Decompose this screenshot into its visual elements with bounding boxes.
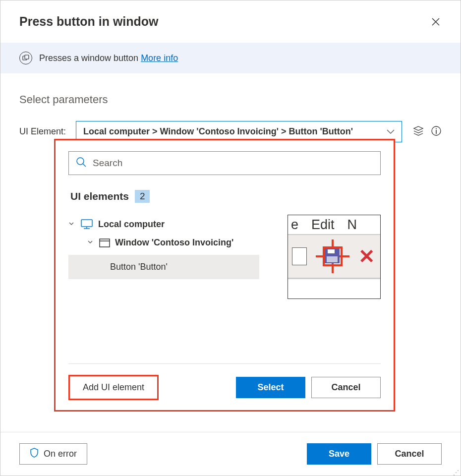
chevron-down-icon: [387, 126, 395, 137]
info-bar: Presses a window button More info: [0, 43, 461, 73]
ui-element-picker-popup: UI elements 2 Local computer Window 'Con…: [54, 139, 395, 412]
floppy-icon: [325, 248, 340, 263]
ui-element-label: UI Element:: [19, 126, 71, 137]
svg-rect-7: [81, 220, 92, 227]
svg-rect-10: [100, 239, 110, 247]
dialog-footer: On error Save Cancel: [0, 432, 461, 476]
action-icon: [19, 52, 32, 64]
close-icon: [432, 18, 440, 26]
ui-elements-count: 2: [135, 190, 150, 203]
computer-icon: [80, 219, 93, 230]
more-info-link[interactable]: More info: [141, 53, 178, 63]
dialog-title: Press button in window: [19, 14, 159, 29]
tree-node-button[interactable]: Button 'Button': [68, 255, 259, 279]
svg-point-3: [436, 128, 437, 129]
close-button[interactable]: [430, 16, 442, 28]
target-crosshair: [316, 239, 349, 273]
info-text: Presses a window button More info: [39, 53, 178, 63]
parameters-title: Select parameters: [19, 93, 442, 106]
svg-rect-4: [436, 130, 437, 134]
resize-handle[interactable]: ⋰: [453, 472, 459, 474]
on-error-button[interactable]: On error: [19, 443, 87, 465]
layers-icon[interactable]: [413, 125, 424, 138]
ui-elements-title: UI elements: [70, 190, 129, 202]
x-icon: ✕: [358, 245, 375, 268]
search-box[interactable]: [68, 151, 381, 175]
chevron-down-icon: [87, 239, 94, 246]
document-icon: [292, 247, 307, 265]
dropdown-value: Local computer > Window 'Contoso Invoici…: [83, 126, 353, 137]
svg-point-5: [77, 158, 84, 165]
svg-line-6: [83, 164, 86, 167]
tree-node-window[interactable]: Window 'Contoso Invoicing': [68, 234, 278, 252]
select-button[interactable]: Select: [236, 377, 305, 398]
save-button[interactable]: Save: [307, 443, 371, 465]
cancel-button[interactable]: Cancel: [377, 443, 442, 465]
element-preview: e Edit N ✕: [288, 215, 381, 299]
chevron-down-icon: [68, 221, 75, 228]
shield-icon: [30, 448, 39, 460]
add-ui-element-button[interactable]: Add UI element: [68, 375, 159, 400]
tree-node-computer[interactable]: Local computer: [68, 215, 278, 234]
dialog-header: Press button in window: [0, 0, 461, 43]
info-icon[interactable]: [431, 125, 442, 138]
search-input[interactable]: [93, 158, 373, 169]
search-icon: [76, 157, 87, 170]
svg-rect-1: [25, 55, 29, 59]
popup-cancel-button[interactable]: Cancel: [311, 377, 381, 398]
window-icon: [99, 238, 110, 247]
ui-elements-header: UI elements 2: [68, 190, 381, 203]
ui-elements-tree: Local computer Window 'Contoso Invoicing…: [68, 215, 278, 363]
